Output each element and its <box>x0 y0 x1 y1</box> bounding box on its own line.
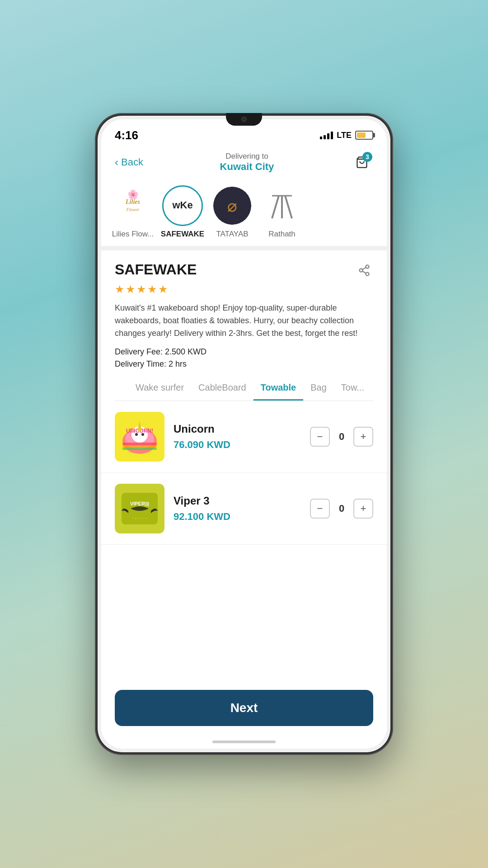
home-indicator <box>101 735 387 749</box>
store-title: SAFEWAKE <box>115 261 197 278</box>
share-icon <box>358 264 371 277</box>
lte-label: LTE <box>337 131 352 140</box>
tab-bag[interactable]: Bag <box>303 376 334 401</box>
header-location: Delivering to Kuwait City <box>220 152 274 173</box>
home-bar <box>212 741 276 743</box>
store-item-tatayab[interactable]: ⌀ TATAYAB <box>210 185 255 239</box>
unicorn-increase-button[interactable]: + <box>353 427 373 447</box>
section-divider <box>101 246 387 250</box>
viper3-product-price: 92.100 KWD <box>174 511 301 523</box>
rathath-logo-svg <box>263 187 301 225</box>
camera <box>241 117 247 122</box>
viper3-quantity-value: 0 <box>337 503 346 514</box>
tatayab-logo: ⌀ <box>213 187 251 225</box>
svg-line-7 <box>272 196 279 218</box>
delivery-fee: Delivery Fee: 2.500 KWD <box>115 347 373 357</box>
product-item-viper3: VIPER||| • • • • • • Viper 3 92.100 KWD … <box>101 473 387 545</box>
store-stars: ★★★★★ <box>115 283 373 296</box>
tab-tow[interactable]: Tow... <box>334 376 371 401</box>
store-description: Kuwait's #1 wakeboard shop! Enjoy top-qu… <box>115 302 373 340</box>
product-item-unicorn: UNICORN! <box>101 401 387 473</box>
unicorn-product-name: Unicorn <box>174 423 301 435</box>
lilies-store-name: Lilies Flow... <box>112 230 154 239</box>
products-list: UNICORN! <box>101 401 387 683</box>
viper3-decrease-button[interactable]: − <box>310 499 330 519</box>
viper3-product-info: Viper 3 92.100 KWD <box>174 495 301 523</box>
delivery-time: Delivery Time: 2 hrs <box>115 359 373 369</box>
unicorn-decrease-button[interactable]: − <box>310 427 330 447</box>
status-right: LTE <box>320 131 373 140</box>
svg-line-9 <box>285 196 292 218</box>
lilies-logo-svg: Lilies Flower 🌸 <box>114 187 152 225</box>
lilies-logo-wrap: Lilies Flower 🌸 <box>113 185 153 226</box>
unicorn-product-price: 76.090 KWD <box>174 439 301 451</box>
unicorn-product-image: UNICORN! <box>115 412 164 462</box>
tatayab-logo-wrap: ⌀ <box>212 185 253 226</box>
svg-text:Flower: Flower <box>126 207 140 212</box>
tab-towable[interactable]: Towable <box>253 376 304 401</box>
unicorn-quantity-value: 0 <box>337 431 346 443</box>
store-item-rathath[interactable]: Rathath <box>259 185 305 239</box>
rathath-logo <box>263 187 301 225</box>
svg-text:wKe: wKe <box>172 199 192 211</box>
svg-rect-27 <box>122 445 157 448</box>
share-button[interactable] <box>355 261 373 279</box>
app-header: ‹ Back Delivering to Kuwait City 3 <box>101 146 387 181</box>
phone-screen: 4:16 LTE ‹ Back Delivering <box>101 119 387 749</box>
viper3-increase-button[interactable]: + <box>353 499 373 519</box>
svg-point-24 <box>135 433 138 436</box>
svg-line-14 <box>362 271 366 274</box>
tab-wake-surfer[interactable]: Wake surfer <box>128 376 191 401</box>
svg-point-13 <box>366 273 369 276</box>
rathath-logo-wrap <box>262 185 302 226</box>
svg-text:Lilies: Lilies <box>125 198 140 205</box>
safewake-logo-wrap: wKe <box>162 185 203 226</box>
back-button[interactable]: ‹ Back <box>115 156 143 169</box>
viper3-product-image: VIPER||| • • • • • • <box>115 484 164 533</box>
stores-row: Lilies Flower 🌸 Lilies Flow... wKe <box>101 181 387 246</box>
svg-text:⌀: ⌀ <box>227 197 237 215</box>
phone-notch <box>226 113 262 126</box>
tatayab-store-name: TATAYAB <box>216 230 248 239</box>
delivery-city: Kuwait City <box>220 161 274 173</box>
svg-rect-28 <box>122 448 157 450</box>
svg-text:• • • • • •: • • • • • • <box>132 516 146 521</box>
svg-rect-26 <box>122 443 157 445</box>
lilies-logo: Lilies Flower 🌸 <box>114 187 152 225</box>
next-button[interactable]: Next <box>115 690 373 726</box>
back-label: Back <box>121 156 143 168</box>
svg-point-11 <box>366 265 369 268</box>
cart-button[interactable]: 3 <box>351 151 373 174</box>
safewake-logo: wKe <box>164 187 202 225</box>
back-chevron-icon: ‹ <box>115 156 118 169</box>
viper3-quantity-control: − 0 + <box>310 499 373 519</box>
safewake-logo-svg: wKe <box>164 187 202 225</box>
signal-icon <box>320 132 333 139</box>
tab-cable-board[interactable]: CableBoard <box>191 376 253 401</box>
svg-point-12 <box>360 269 363 272</box>
phone-frame: 4:16 LTE ‹ Back Delivering <box>95 113 393 755</box>
svg-text:VIPER|||: VIPER||| <box>130 501 149 506</box>
delivering-to-label: Delivering to <box>220 152 274 161</box>
svg-point-25 <box>141 433 144 436</box>
store-info-section: SAFEWAKE ★★★★★ Kuwait's #1 wakeboard sho… <box>101 250 387 401</box>
viper3-product-name: Viper 3 <box>174 495 301 507</box>
rathath-store-name: Rathath <box>268 230 296 239</box>
store-item-safewake[interactable]: wKe SAFEWAKE <box>160 185 205 239</box>
store-item-lilies[interactable]: Lilies Flower 🌸 Lilies Flow... <box>110 185 155 239</box>
unicorn-product-info: Unicorn 76.090 KWD <box>174 423 301 451</box>
battery-icon <box>355 131 373 140</box>
category-tabs: Wake surfer CableBoard Towable Bag Tow..… <box>115 376 373 401</box>
status-time: 4:16 <box>115 128 138 142</box>
cart-badge: 3 <box>362 152 372 162</box>
svg-text:🌸: 🌸 <box>127 189 139 200</box>
svg-line-15 <box>362 268 366 270</box>
unicorn-quantity-control: − 0 + <box>310 427 373 447</box>
safewake-store-name: SAFEWAKE <box>161 230 204 239</box>
next-button-wrapper: Next <box>101 683 387 735</box>
tatayab-logo-svg: ⌀ <box>213 187 251 225</box>
